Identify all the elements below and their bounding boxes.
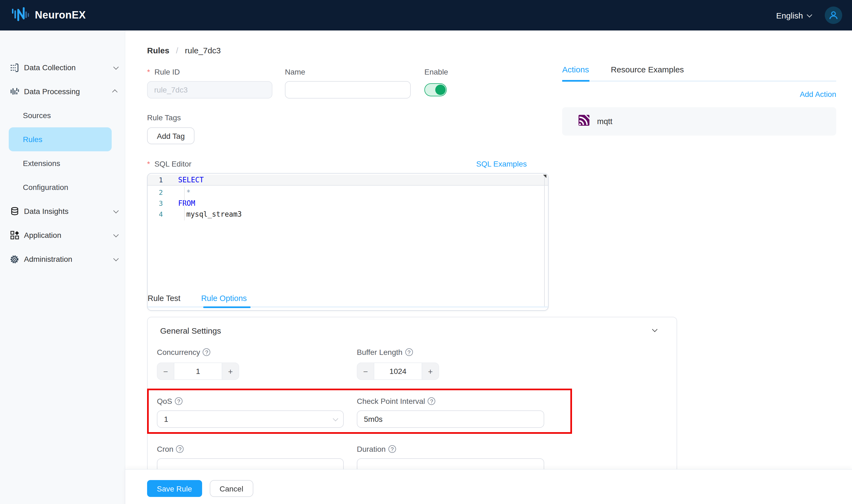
breadcrumb-current: rule_7dc3 [185, 46, 221, 55]
editor-scrollbar[interactable] [544, 176, 545, 307]
tab-actions[interactable]: Actions [562, 65, 589, 74]
data-processing-icon [10, 87, 19, 96]
sql-token: mysql_stream3 [186, 210, 242, 218]
person-icon [828, 10, 839, 21]
sql-editor-label: SQL Editor [147, 160, 191, 168]
mqtt-icon [578, 115, 589, 128]
sql-line: 3 FROM [147, 198, 548, 209]
cron-label: Cron [157, 445, 184, 453]
breadcrumb: Rules / rule_7dc3 [147, 46, 221, 55]
footer-bar: Save Rule Cancel [125, 469, 852, 504]
main-content: Rules / rule_7dc3 Rule ID Name Enable Ru… [125, 31, 852, 504]
decrement-button[interactable]: − [157, 363, 174, 379]
add-tag-button[interactable]: Add Tag [147, 127, 194, 144]
action-item-mqtt[interactable]: mqtt [562, 107, 836, 136]
sidebar-item-sources[interactable]: Sources [0, 103, 125, 127]
sidebar-item-data-collection[interactable]: Data Collection [0, 55, 125, 79]
active-tab-underline [203, 306, 250, 308]
tab-track [562, 80, 836, 82]
sidebar-item-configuration[interactable]: Configuration [0, 175, 125, 199]
line-number: 3 [147, 199, 168, 207]
save-rule-button[interactable]: Save Rule [147, 480, 202, 497]
action-item-label: mqtt [597, 117, 612, 126]
brand-title: NeuronEX [35, 9, 86, 21]
sql-code-area[interactable]: 1 SELECT 2 * 3 FROM 4 mysql_stream3 [147, 174, 548, 292]
help-icon[interactable] [405, 348, 413, 356]
sql-editor[interactable]: 1 SELECT 2 * 3 FROM 4 mysql_stream3 [147, 173, 549, 311]
tab-resource-examples[interactable]: Resource Examples [611, 65, 684, 74]
tab-rule-test[interactable]: Rule Test [147, 294, 180, 303]
chevron-down-icon [113, 208, 119, 213]
language-selector[interactable]: English [776, 11, 811, 20]
rule-tabbar: Rule Test Rule Options [147, 292, 548, 311]
sidebar-item-label: Administration [24, 255, 72, 264]
chevron-up-icon [112, 89, 118, 95]
cancel-button[interactable]: Cancel [210, 480, 253, 497]
sidebar-item-label: Configuration [23, 183, 68, 192]
buffer-length-value[interactable]: 1024 [374, 363, 422, 379]
sql-line: 1 SELECT [147, 175, 548, 185]
sql-token: * [186, 188, 191, 196]
sidebar-item-label: Rules [23, 135, 42, 144]
sidebar-item-data-insights[interactable]: Data Insights [0, 199, 125, 223]
sidebar-item-label: Data Processing [24, 87, 80, 96]
chevron-down-icon [113, 255, 119, 261]
help-icon[interactable] [428, 397, 436, 405]
general-settings-title: General Settings [160, 326, 221, 335]
check-point-interval-input[interactable] [357, 410, 544, 428]
language-label: English [776, 11, 803, 20]
neuronex-app: NeuronEX English [0, 0, 852, 504]
indent-guide [184, 187, 185, 220]
chevron-down-icon [333, 416, 338, 421]
active-tab-underline [562, 80, 589, 82]
chevron-down-icon [113, 64, 119, 69]
duration-label: Duration [357, 445, 396, 453]
actions-panel: Actions Resource Examples Add Action [562, 65, 836, 136]
sql-examples-link[interactable]: SQL Examples [476, 160, 527, 168]
collapse-chevron-icon[interactable] [652, 327, 658, 332]
sidebar-item-label: Application [24, 231, 61, 239]
sql-token: SELECT [178, 176, 204, 184]
help-icon[interactable] [176, 445, 184, 453]
sidebar: Data Collection Data Processing Sources [0, 31, 125, 504]
buffer-length-stepper: − 1024 + [357, 362, 439, 380]
increment-button[interactable]: + [222, 363, 239, 379]
line-number: 1 [147, 176, 168, 184]
help-icon[interactable] [388, 445, 396, 453]
buffer-length-label: Buffer Length [357, 348, 413, 357]
concurrency-label: Concurrency [157, 348, 211, 357]
rule-id-input[interactable] [147, 81, 272, 98]
concurrency-value[interactable]: 1 [174, 363, 222, 379]
enable-toggle[interactable] [424, 83, 447, 96]
sidebar-item-rules[interactable]: Rules [9, 127, 112, 151]
sidebar-item-label: Data Collection [24, 63, 76, 72]
application-icon [10, 231, 19, 240]
administration-icon [10, 254, 19, 264]
qos-select[interactable]: 1 [157, 410, 344, 428]
add-action-link[interactable]: Add Action [800, 90, 836, 98]
concurrency-stepper: − 1 + [157, 362, 239, 380]
enable-label: Enable [424, 68, 448, 76]
qos-value: 1 [164, 415, 168, 424]
decrement-button[interactable]: − [358, 363, 374, 379]
sidebar-item-label: Extensions [23, 159, 60, 168]
increment-button[interactable]: + [422, 363, 438, 379]
help-icon[interactable] [175, 397, 182, 405]
sidebar-item-data-processing[interactable]: Data Processing [0, 79, 125, 103]
help-icon[interactable] [203, 348, 211, 356]
line-number: 2 [147, 188, 168, 196]
sidebar-item-extensions[interactable]: Extensions [0, 151, 125, 175]
toggle-knob [435, 85, 446, 95]
rule-id-label: Rule ID [147, 68, 180, 76]
user-avatar[interactable] [825, 6, 842, 24]
sidebar-item-administration[interactable]: Administration [0, 247, 125, 271]
tab-rule-options[interactable]: Rule Options [201, 294, 247, 303]
editor-corner-marker [543, 175, 546, 178]
sidebar-item-application[interactable]: Application [0, 223, 125, 247]
breadcrumb-rules[interactable]: Rules [147, 46, 170, 55]
data-collection-icon [10, 63, 19, 72]
chevron-down-icon [113, 232, 119, 237]
data-insights-icon [10, 206, 19, 216]
name-input[interactable] [285, 81, 411, 98]
neuronex-logo-icon [12, 6, 31, 24]
